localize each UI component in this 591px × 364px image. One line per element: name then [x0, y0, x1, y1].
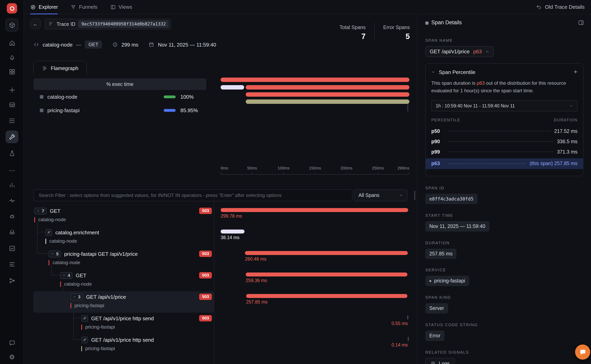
settings-gear-icon[interactable]: ⚙ — [6, 351, 18, 364]
line-chart-icon[interactable] — [6, 242, 18, 255]
app-logo[interactable] — [7, 3, 17, 13]
span-row[interactable]: 5 pricing-fastapi GET /api/v1/price 503 … — [33, 248, 409, 270]
service-map-icon[interactable] — [6, 84, 18, 96]
legend-percent: 100% — [180, 94, 201, 100]
span-row[interactable]: GET /api/v1/price http send 503 pricing-… — [33, 313, 409, 334]
panel-collapse-icon[interactable] — [578, 20, 584, 26]
service-code-icon — [33, 42, 39, 47]
pulse-icon[interactable] — [6, 194, 18, 207]
chat-bubble-icon — [579, 348, 586, 356]
duration-bar[interactable] — [407, 315, 408, 319]
collapse-toggle[interactable]: 5 — [49, 250, 61, 257]
tab-views[interactable]: Views — [110, 0, 132, 14]
flame-bar[interactable] — [221, 85, 244, 90]
span-row-selected[interactable]: 3 GET /api/v1/price 503 pricing-fastapi … — [33, 291, 409, 313]
trace-id-label: Trace ID — [57, 21, 75, 27]
more-ellipsis-icon[interactable]: ⋯ — [6, 164, 18, 177]
span-service: catalog-node — [45, 239, 77, 244]
tab-explorer-label: Explorer — [39, 4, 58, 10]
document-icon — [431, 361, 436, 364]
child-count: 4 — [68, 273, 70, 278]
collapse-toggle[interactable]: 7 — [34, 208, 46, 214]
flame-bar[interactable] — [246, 99, 409, 104]
tab-explorer[interactable]: Explorer — [30, 0, 58, 14]
trace-icon — [49, 21, 54, 27]
flame-bar[interactable] — [246, 85, 409, 90]
span-id-chip[interactable]: e8ff4c3adca30fd5 — [425, 194, 478, 204]
bug-icon[interactable] — [6, 210, 18, 222]
collapse-toggle[interactable]: 4 — [60, 272, 73, 279]
time-range-select[interactable]: 1h : 10:59:40 Nov 11 - 11:59:40 Nov 11 — [431, 100, 578, 111]
old-trace-details-button[interactable]: Old Trace Details — [536, 4, 585, 10]
logs-button[interactable]: Logs — [425, 358, 455, 364]
span-scope-select[interactable]: All Spans — [354, 189, 407, 201]
legend-row-catalog-node[interactable]: catalog-node 100% — [33, 90, 206, 104]
child-count: 7 — [42, 208, 44, 213]
exec-time-legend: % exec time catalog-node 100% pricing-fa… — [33, 78, 206, 117]
service-chip[interactable]: pricing-fastapi — [425, 276, 469, 286]
span-row[interactable]: 4 GET 503 catalog-node 259.36 ms — [33, 270, 409, 291]
alerts-bell-icon[interactable] — [6, 51, 18, 64]
chevron-down-icon[interactable] — [431, 70, 435, 74]
chevron-down-icon — [399, 193, 403, 197]
span-service: pricing-fastapi — [81, 346, 115, 351]
plus-icon[interactable]: + — [574, 69, 578, 75]
axis-tick-label: 100ms — [278, 166, 290, 170]
flamegraph-canvas[interactable] — [221, 76, 409, 115]
span-name: GET — [50, 208, 60, 214]
storage-icon[interactable] — [6, 98, 18, 111]
field-label: DURATION — [425, 241, 450, 245]
legend-square-icon — [40, 95, 43, 98]
top-tab-bar: Explorer Funnels Views Old Trace Details — [24, 0, 591, 14]
status-badge: 503 — [199, 208, 212, 214]
dashboards-grid-icon[interactable] — [6, 65, 18, 78]
duration-bar[interactable] — [246, 294, 407, 298]
error-spans-block: Error Spans 5 — [379, 25, 410, 41]
binoculars-icon[interactable] — [6, 226, 18, 238]
span-name-chip[interactable]: GET /api/v1/price p63 — [425, 46, 494, 57]
start-time-chip[interactable]: Nov 11, 2025 — 11:59:40 — [425, 221, 489, 232]
share-nodes-icon[interactable] — [6, 274, 18, 287]
collapse-toggle[interactable]: 3 — [71, 293, 83, 300]
span-service: pricing-fastapi — [71, 303, 104, 308]
search-filter-input[interactable] — [33, 189, 352, 201]
flame-bar[interactable] — [246, 92, 409, 97]
time-axis: 0ms 50ms 100ms 150ms 200ms 250ms 299ms — [221, 166, 409, 178]
span-kind-chip[interactable]: Server — [425, 303, 448, 313]
legend-row-pricing-fastapi[interactable]: pricing-fastapi 85.95% — [33, 104, 206, 117]
status-badge: 503 — [199, 315, 212, 321]
duration-chip[interactable]: 257.85 ms — [425, 249, 457, 259]
span-row[interactable]: 7 GET 503 catalog-node 299.78 ms — [33, 205, 409, 227]
span-name-label: SPAN NAME — [425, 38, 453, 43]
chevron-down-icon — [37, 209, 40, 212]
span-row[interactable]: catalog.enrichment catalog-node 38.14 ms — [33, 227, 409, 248]
tab-flamegraph[interactable]: Flamegraph — [33, 61, 87, 75]
total-spans-value: 7 — [315, 32, 365, 41]
workspace-cube-icon[interactable] — [6, 19, 18, 32]
status-code-chip[interactable]: Error — [425, 331, 445, 341]
exceptions-flask-icon[interactable] — [6, 147, 18, 160]
chat-fab-button[interactable] — [575, 344, 590, 360]
span-name: catalog.enrichment — [55, 229, 99, 235]
percentile-tag: p63 — [473, 49, 482, 54]
duration-bar[interactable] — [246, 273, 407, 276]
scrollbar-thumb[interactable] — [414, 191, 415, 200]
duration-bar[interactable] — [221, 208, 408, 212]
span-service: catalog-node — [49, 260, 80, 265]
tab-funnels[interactable]: Funnels — [71, 0, 98, 14]
back-button[interactable]: ← — [30, 19, 41, 29]
flame-bar[interactable] — [221, 78, 409, 82]
duration-bar[interactable] — [221, 229, 244, 234]
bar-chart-icon[interactable] — [6, 178, 18, 191]
messages-icon[interactable] — [6, 337, 18, 349]
logs-icon[interactable] — [6, 114, 18, 127]
field-label: SERVICE — [425, 268, 446, 272]
duration-bar[interactable] — [245, 251, 408, 255]
span-row[interactable]: GET /api/v1/price http send pricing-fast… — [33, 334, 409, 356]
list-rows-icon[interactable] — [6, 258, 18, 271]
chevron-down-icon — [73, 295, 76, 298]
home-icon[interactable] — [6, 37, 18, 49]
duration-bar[interactable] — [408, 337, 408, 341]
traces-wrench-icon[interactable] — [6, 130, 18, 143]
trace-id-chip[interactable]: Trace ID 9ec5733f940409958f314d0b827a133… — [45, 19, 172, 29]
